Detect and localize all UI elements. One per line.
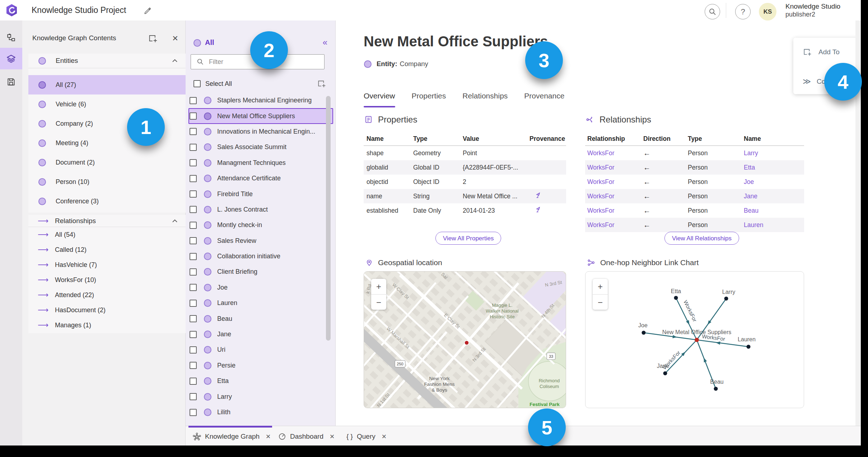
relationship-type-row[interactable]: ⟶ All (54) [28,227,186,242]
view-all-relationships-button[interactable]: View All Relationships [664,232,739,245]
item-checkbox[interactable] [190,190,197,198]
entities-header[interactable]: Entities [28,54,186,68]
related-entity-link[interactable]: Larry [744,149,804,157]
collapse-caret-icon[interactable] [172,219,178,223]
entity-list-item[interactable]: Attendance Certificate [188,171,333,186]
account-info[interactable]: Knowledge Studio publisher2 [785,3,840,18]
select-all-checkbox[interactable] [193,80,201,87]
item-checkbox[interactable] [190,346,197,354]
tab-provenance[interactable]: Provenance [524,92,564,100]
relationship-row[interactable]: WorksFor ← Person Beau [585,203,804,218]
tab-properties[interactable]: Properties [412,92,446,100]
zoom-in-button[interactable]: + [593,279,608,295]
zoom-out-button[interactable]: − [371,295,386,310]
tab-query[interactable]: { } Query ✕ [346,428,387,445]
one-hop-link-chart[interactable]: WorksFor WorksFor WorksFor Etta Larry Jo… [585,271,804,408]
item-checkbox[interactable] [190,222,197,229]
entity-list-item[interactable]: Sales Associate Summit [188,139,333,155]
entity-type-row[interactable]: Document (2) [28,153,186,172]
entity-list-item[interactable]: Jane [188,327,333,342]
entity-list-item[interactable]: Lauren [188,295,333,311]
tab-relationships[interactable]: Relationships [462,92,508,100]
relationship-name-link[interactable]: WorksFor [585,193,643,200]
search-button[interactable] [705,4,720,19]
relationship-name-link[interactable]: WorksFor [585,164,643,171]
item-checkbox[interactable] [190,112,197,120]
relationship-type-row[interactable]: ⟶ Attended (22) [28,287,186,303]
entity-list-item[interactable]: Collaboration initiative [188,249,333,264]
relationship-type-row[interactable]: ⟶ Called (12) [28,242,186,257]
relationship-type-row[interactable]: ⟶ HasDocument (2) [28,303,186,318]
tab-dashboard[interactable]: Dashboard ✕ [278,428,335,445]
item-checkbox[interactable] [190,331,197,338]
relationship-name-link[interactable]: WorksFor [585,149,643,157]
item-checkbox[interactable] [190,206,197,213]
close-tab-icon[interactable]: ✕ [382,433,387,440]
item-checkbox[interactable] [190,268,197,276]
property-row[interactable]: globalid Global ID {A228944F-0EF5-... [364,160,566,175]
list-scrollbar[interactable] [326,96,331,341]
related-entity-link[interactable]: Joe [744,178,804,186]
entity-type-row[interactable]: All (27) [28,75,186,94]
property-row[interactable]: established Date Only 2014-01-23 [364,203,566,218]
geospatial-map[interactable]: k Rd W Clay St Sal N 3rd St N 4th St Mag… [364,271,566,408]
property-row[interactable]: name String New Metal Office ... [364,189,566,203]
close-tab-icon[interactable]: ✕ [266,433,271,440]
entity-type-row[interactable]: Conference (3) [28,191,186,211]
entity-list-item[interactable]: Persie [188,358,333,373]
item-checkbox[interactable] [190,159,197,166]
collapse-caret-icon[interactable] [172,59,178,63]
relationship-type-row[interactable]: ⟶ Manages (1) [28,318,186,333]
rail-contents-button[interactable] [0,48,22,69]
zoom-out-button[interactable]: − [593,295,608,310]
item-checkbox[interactable] [190,300,197,307]
relationship-type-row[interactable]: ⟶ WorksFor (10) [28,272,186,287]
entity-type-row[interactable]: Person (10) [28,172,186,191]
item-checkbox[interactable] [190,253,197,260]
property-row[interactable]: objectid Object ID 2 [364,175,566,189]
entity-list-item[interactable]: Beau [188,311,333,326]
relationship-row[interactable]: WorksFor ← Person Jane [585,189,804,203]
entity-list-item[interactable]: New Metal Office Suppliers [188,108,333,124]
entity-list-item[interactable]: Lilith [188,405,333,420]
item-checkbox[interactable] [190,144,197,151]
item-checkbox[interactable] [190,175,197,182]
property-row[interactable]: shape Geometry Point [364,146,566,160]
item-checkbox[interactable] [190,362,197,369]
relationship-row[interactable]: WorksFor ← Person Joe [585,175,804,189]
item-checkbox[interactable] [190,315,197,322]
item-checkbox[interactable] [190,284,197,291]
provenance-flag-icon[interactable] [535,206,542,213]
relationship-row[interactable]: WorksFor ← Person Etta [585,160,804,175]
entity-list-item[interactable]: Montly check-in [188,217,333,233]
tab-overview[interactable]: Overview [364,92,395,100]
avatar[interactable]: KS [759,3,776,20]
provenance-flag-icon[interactable] [535,192,542,199]
knowledge-studio-logo-icon[interactable] [5,4,18,17]
zoom-in-button[interactable]: + [371,279,386,295]
item-checkbox[interactable] [190,378,197,385]
entity-list-item[interactable]: Etta [188,373,333,389]
entity-list-item[interactable]: L. Jones Contract [188,202,333,217]
relationship-name-link[interactable]: WorksFor [585,221,643,229]
add-to-button[interactable]: Add To [793,44,860,60]
entity-list-item[interactable]: Innovations in Mechanical Engin... [188,124,333,139]
close-panel-button[interactable]: ✕ [170,33,180,43]
related-entity-link[interactable]: Jane [744,193,804,200]
edit-title-icon[interactable] [144,6,153,15]
item-checkbox[interactable] [190,128,197,135]
help-button[interactable]: ? [735,4,751,19]
relationship-row[interactable]: WorksFor ← Person Larry [585,146,804,160]
related-entity-link[interactable]: Lauren [744,221,804,229]
entity-list-item[interactable]: Sales Review [188,233,333,249]
entity-type-row[interactable]: Vehicle (6) [28,94,186,114]
entity-list-item[interactable]: Larry [188,389,333,404]
item-checkbox[interactable] [190,393,197,400]
relationships-header[interactable]: ⟶ Relationships [28,215,186,227]
entity-list-item[interactable]: Staplers Mechanical Engineering [188,93,333,108]
entity-list-item[interactable]: Managment Techniques [188,155,333,171]
related-entity-link[interactable]: Etta [744,164,804,171]
relationship-name-link[interactable]: WorksFor [585,207,643,214]
add-selection-button[interactable] [317,79,326,88]
rail-save-button[interactable] [0,71,22,93]
